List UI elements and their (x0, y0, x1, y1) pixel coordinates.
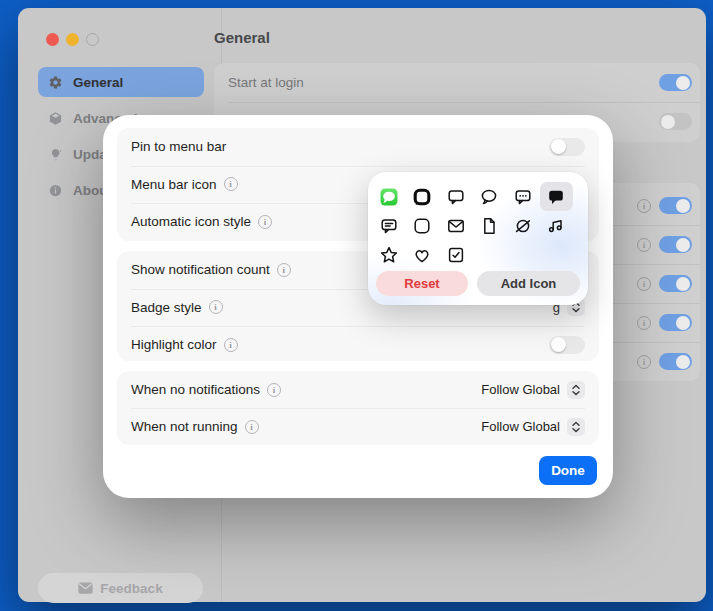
reset-button[interactable]: Reset (376, 271, 468, 296)
occluded-toggle[interactable] (659, 353, 692, 370)
cube-icon (48, 111, 63, 126)
desktop-background: General General Advanced Update About S (0, 0, 713, 611)
checkbox-checked-icon (446, 245, 466, 265)
setting-label: Start at login (228, 75, 304, 90)
gear-icon (48, 75, 63, 90)
info-icon (48, 183, 63, 198)
info-icon[interactable]: i (224, 338, 238, 352)
icon-option-star-outline-icon[interactable] (372, 240, 406, 269)
pin-to-menu-bar-toggle[interactable] (549, 138, 585, 156)
bubble-bold-outline-icon (412, 187, 432, 207)
occluded-toggle[interactable] (659, 197, 692, 214)
icon-option-bubble-bold-outline-icon[interactable] (406, 182, 440, 211)
info-icon[interactable]: i (637, 238, 651, 252)
sidebar-item-general[interactable]: General (38, 67, 204, 97)
bubble-filled-icon (546, 187, 566, 207)
highlight-color-toggle[interactable] (549, 336, 585, 354)
envelope-outline-icon (446, 216, 466, 236)
when-no-notifications-stepper[interactable] (567, 381, 585, 399)
close-button[interactable] (46, 33, 59, 46)
icon-grid (372, 182, 575, 269)
when-not-running-value: Follow Global (481, 419, 560, 434)
setting-row-highlight-color: Highlight color i (117, 326, 599, 364)
info-icon[interactable]: i (245, 420, 259, 434)
messages-green-icon (379, 187, 399, 207)
setting-row-pin-to-menu-bar: Pin to menu bar (117, 128, 599, 166)
icon-option-document-icon[interactable] (473, 211, 507, 240)
notification-behavior-group: When no notifications i Follow Global Wh… (117, 371, 599, 445)
zoom-button (86, 33, 99, 46)
occluded-toggle[interactable] (659, 314, 692, 331)
setting-label: Highlight color (131, 337, 217, 352)
info-icon[interactable]: i (209, 300, 223, 314)
slashed-circle-icon (513, 216, 533, 236)
setting-label: When not running (131, 419, 238, 434)
icon-option-bubble-lines-icon[interactable] (372, 211, 406, 240)
traffic-lights (46, 33, 99, 46)
setting-label: Automatic icon style (131, 214, 251, 229)
icon-option-slashed-circle-icon[interactable] (506, 211, 540, 240)
lightbulb-icon (48, 147, 63, 162)
minimize-button[interactable] (66, 33, 79, 46)
icon-picker-popover: Reset Add Icon (368, 172, 588, 305)
page-title: General (214, 29, 270, 46)
setting-row-when-no-notifications: When no notifications i Follow Global (117, 371, 599, 408)
bubble-round-icon (479, 187, 499, 207)
music-notes-icon (546, 216, 566, 236)
document-icon (479, 216, 499, 236)
feedback-button[interactable]: Feedback (38, 573, 203, 603)
info-icon[interactable]: i (267, 383, 281, 397)
icon-option-checkbox-checked-icon[interactable] (439, 240, 473, 269)
when-no-notifications-value: Follow Global (481, 382, 560, 397)
setting-row-when-not-running: When not running i Follow Global (117, 408, 599, 445)
info-icon[interactable]: i (258, 215, 272, 229)
icon-option-envelope-outline-icon[interactable] (439, 211, 473, 240)
icon-option-bubble-round-icon[interactable] (473, 182, 507, 211)
setting-row-start-at-login: Start at login (214, 63, 700, 102)
setting-label: Pin to menu bar (131, 139, 226, 154)
info-icon[interactable]: i (277, 263, 291, 277)
bubble-square-icon (446, 187, 466, 207)
icon-option-messages-green-icon[interactable] (372, 182, 406, 211)
info-icon[interactable]: i (637, 277, 651, 291)
icon-option-bubble-filled-icon[interactable] (540, 182, 574, 211)
chevron-up-down-icon (571, 421, 581, 433)
icon-option-bubble-dots-icon[interactable] (506, 182, 540, 211)
feedback-label: Feedback (100, 581, 162, 596)
sidebar-item-label: General (73, 75, 123, 90)
bubble-dots-icon (513, 187, 533, 207)
occluded-toggle[interactable] (659, 236, 692, 253)
setting-label: Menu bar icon (131, 177, 217, 192)
add-icon-button[interactable]: Add Icon (477, 271, 580, 296)
star-outline-icon (379, 245, 399, 265)
info-icon[interactable]: i (637, 355, 651, 369)
bubble-lines-icon (379, 216, 399, 236)
heart-outline-icon (412, 245, 432, 265)
info-icon[interactable]: i (224, 177, 238, 191)
info-icon[interactable]: i (637, 199, 651, 213)
squircle-outline-icon (412, 216, 432, 236)
show-window-toggle[interactable] (659, 113, 692, 130)
icon-option-music-notes-icon[interactable] (540, 211, 574, 240)
icon-option-bubble-square-icon[interactable] (439, 182, 473, 211)
when-not-running-stepper[interactable] (567, 418, 585, 436)
setting-label: Show notification count (131, 262, 270, 277)
start-at-login-toggle[interactable] (659, 74, 692, 91)
icon-option-squircle-outline-icon[interactable] (406, 211, 440, 240)
icon-option-heart-outline-icon[interactable] (406, 240, 440, 269)
info-icon[interactable]: i (637, 316, 651, 330)
envelope-icon (78, 582, 93, 594)
popover-buttons: Reset Add Icon (376, 271, 580, 296)
done-button[interactable]: Done (539, 456, 597, 485)
setting-label: Badge style (131, 300, 202, 315)
setting-label: When no notifications (131, 382, 260, 397)
chevron-up-down-icon (571, 384, 581, 396)
occluded-toggle[interactable] (659, 275, 692, 292)
